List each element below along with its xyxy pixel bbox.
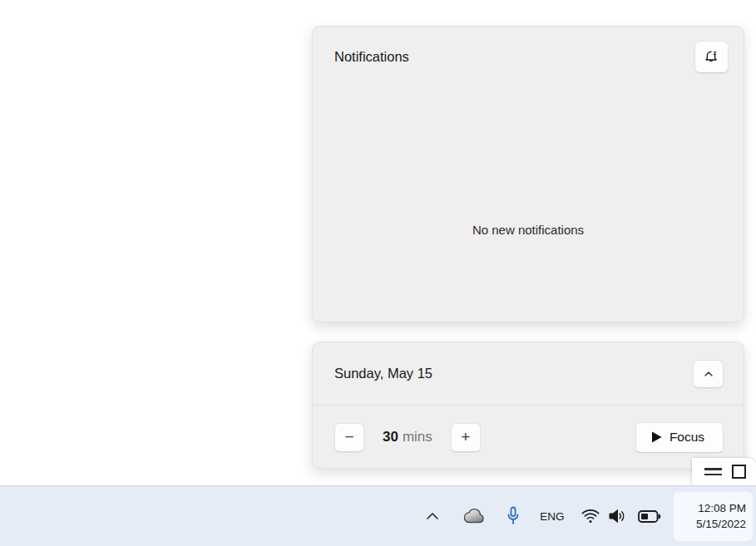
show-hidden-icons-button[interactable]	[418, 498, 447, 534]
focus-duration-value: 30	[383, 429, 398, 445]
minimize-icon[interactable]	[704, 468, 722, 475]
background-window-corner	[692, 458, 756, 485]
taskbar-clock[interactable]: 12:08 PM 5/15/2022	[674, 492, 753, 541]
calendar-date-label: Sunday, May 15	[334, 366, 432, 381]
play-icon	[651, 431, 662, 443]
maximize-icon[interactable]	[732, 465, 746, 479]
taskbar: ENG 12:08	[0, 485, 756, 546]
calendar-header: Sunday, May 15	[313, 342, 744, 406]
chevron-up-icon	[702, 367, 715, 381]
microphone-icon	[503, 505, 523, 527]
notification-snooze-button[interactable]: z	[694, 41, 729, 73]
speaker-icon	[606, 507, 628, 525]
language-indicator[interactable]: ENG	[532, 498, 572, 534]
onedrive-tray-button[interactable]	[458, 498, 490, 534]
no-notifications-message: No new notifications	[313, 223, 744, 237]
focus-button-label: Focus	[670, 430, 704, 445]
focus-duration: 30mins	[383, 429, 432, 445]
clock-time: 12:08 PM	[698, 500, 746, 516]
microphone-tray-button[interactable]	[500, 498, 526, 534]
bell-snooze-icon: z	[703, 48, 721, 66]
svg-text:z: z	[713, 49, 716, 57]
focus-duration-unit: mins	[403, 429, 432, 445]
notifications-title: Notifications	[334, 49, 409, 65]
chevron-up-icon	[424, 508, 441, 524]
focus-decrease-button[interactable]: −	[334, 423, 364, 452]
wifi-icon	[580, 507, 601, 525]
battery-icon	[636, 507, 663, 525]
volume-tray-button[interactable]	[604, 498, 630, 534]
battery-tray-button[interactable]	[633, 498, 666, 534]
focus-session-row: − 30mins + Focus	[313, 406, 744, 469]
clock-date: 5/15/2022	[696, 516, 746, 532]
focus-start-button[interactable]: Focus	[635, 422, 724, 453]
focus-increase-button[interactable]: +	[451, 423, 481, 452]
calendar-panel: Sunday, May 15 − 30mins + Focus	[312, 342, 744, 469]
notifications-header: Notifications z	[313, 27, 744, 73]
wifi-tray-button[interactable]	[578, 498, 603, 534]
calendar-collapse-button[interactable]	[693, 360, 724, 388]
notifications-panel: Notifications z No new notifications	[312, 26, 744, 322]
cloud-icon	[462, 507, 487, 525]
